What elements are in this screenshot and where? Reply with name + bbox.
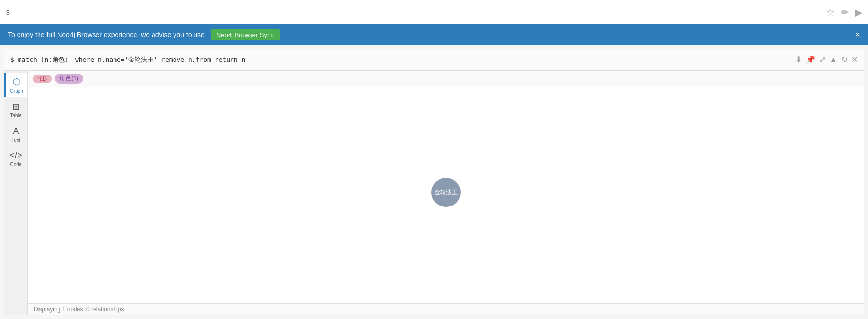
query-text: $ match (n:角色） where n.name='金轮法王' remov… [10,56,795,64]
sidebar-item-text[interactable]: A Text [4,122,27,147]
text-icon: A [13,126,19,136]
table-icon: ⊞ [12,101,19,112]
command-input[interactable] [6,8,826,16]
sidebar-label-graph: Graph [10,88,23,94]
sidebar-label-text: Text [11,137,20,143]
graph-area[interactable]: 金轮法王 [28,87,864,303]
expand-button[interactable]: ⤢ [819,55,826,64]
browser-sync-button[interactable]: Neo4j Browser Sync [211,29,280,40]
banner-message: To enjoy the full Neo4j Browser experien… [8,31,205,38]
star-button[interactable]: ☆ [826,6,835,18]
banner: To enjoy the full Neo4j Browser experien… [0,24,868,45]
sidebar-item-code[interactable]: </> Code [4,147,27,171]
sidebar-item-graph[interactable]: ⬡ Graph [4,73,27,97]
pin-button[interactable]: 📌 [806,55,815,64]
tag-star-pill[interactable]: *(1) [33,75,52,83]
refresh-button[interactable]: ↻ [841,55,848,64]
banner-close-button[interactable]: × [855,30,860,40]
tag-label-pill[interactable]: 角色(1) [55,74,83,84]
result-actions: ⬇ 📌 ⤢ ▲ ↻ ✕ [795,55,858,64]
result-header: $ match (n:角色） where n.name='金轮法王' remov… [4,49,864,71]
result-panel: $ match (n:角色） where n.name='金轮法王' remov… [4,49,864,315]
download-button[interactable]: ⬇ [795,55,802,64]
result-body: ⬡ Graph ⊞ Table A Text </> Code *(1) 角色(… [4,71,864,315]
edit-button[interactable]: ✏ [841,6,849,18]
graph-icon: ⬡ [13,76,20,87]
sidebar-item-table[interactable]: ⊞ Table [4,97,27,122]
graph-node[interactable]: 金轮法王 [431,178,461,207]
sidebar: ⬡ Graph ⊞ Table A Text </> Code [4,71,28,315]
sidebar-label-code: Code [10,162,22,167]
tags-row: *(1) 角色(1) [28,71,864,87]
top-bar: ☆ ✏ ▶ [0,0,868,24]
status-bar: Displaying 1 nodes, 0 relationships. [28,303,864,315]
run-button[interactable]: ▶ [855,6,862,18]
close-result-button[interactable]: ✕ [851,55,858,64]
sidebar-label-table: Table [10,113,22,118]
collapse-button[interactable]: ▲ [829,56,837,64]
code-icon: </> [9,150,22,161]
status-text: Displaying 1 nodes, 0 relationships. [34,306,126,313]
top-bar-actions: ☆ ✏ ▶ [826,6,862,18]
main-content: *(1) 角色(1) 金轮法王 Displaying 1 nodes, 0 re… [28,71,864,315]
